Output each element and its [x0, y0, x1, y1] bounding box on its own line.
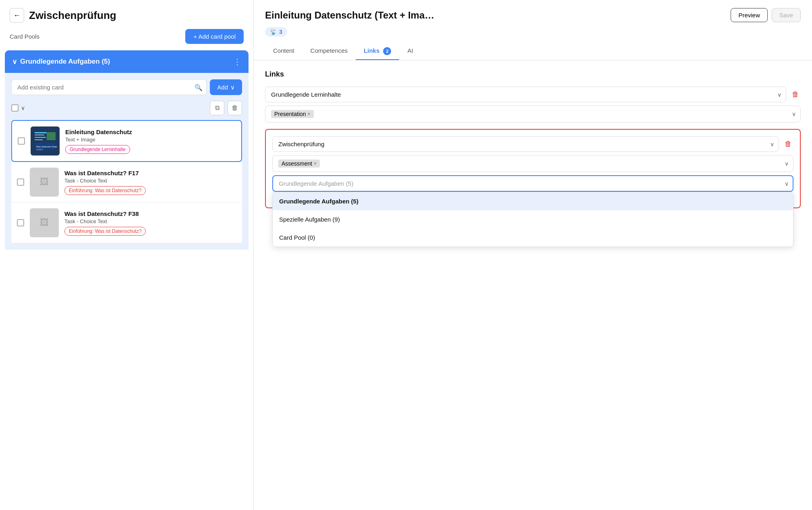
card-info: Einleitung Datenschutz Text + Image Grun… — [65, 129, 236, 154]
left-panel: ← Zwischenprüfung Card Pools + Add card … — [0, 0, 254, 510]
search-row: 🔍 Add ∨ — [11, 79, 242, 95]
select-wrap: Zwischenprüfung ∨ — [272, 136, 779, 152]
link-group-1-row1: Grundlegende Lerninhalte ∨ 🗑 — [265, 87, 801, 102]
svg-rect-3 — [35, 137, 46, 138]
card-pools-bar: Card Pools + Add card pool — [0, 29, 253, 50]
right-header: Einleitung Datenschutz (Text + Ima… Prev… — [254, 0, 812, 60]
wifi-icon: 📡 — [270, 29, 277, 35]
link-group1-select2[interactable]: Presentation × — [265, 106, 801, 122]
card-name: Einleitung Datenschutz — [65, 129, 236, 135]
svg-rect-2 — [35, 135, 44, 135]
bulk-checkbox[interactable] — [11, 104, 19, 112]
tag-chip: Assessment × — [278, 160, 320, 168]
add-label: Add — [217, 84, 228, 91]
card-name: Was ist Datenschutz? F17 — [64, 170, 236, 176]
select-wrap: Assessment × ∨ — [272, 155, 793, 172]
tab-links[interactable]: Links 2 — [356, 43, 399, 60]
card-tag: Grundlegende Lerninhalte — [65, 145, 130, 154]
link-group2-select1[interactable]: Zwischenprüfung — [272, 136, 779, 152]
card-info: Was ist Datenschutz? F17 Task - Choice T… — [64, 170, 236, 195]
search-input-wrap: 🔍 — [11, 79, 207, 95]
card-thumb-placeholder: 🖼 — [30, 168, 59, 197]
card-checkbox[interactable] — [17, 219, 24, 226]
card-type: Text + Image — [65, 137, 236, 143]
svg-rect-5 — [47, 132, 56, 140]
list-item[interactable]: Grundlegende Aufgaben (5) — [273, 192, 793, 210]
tag-chip-remove-icon[interactable]: × — [308, 111, 311, 117]
badge-count: 3 — [279, 29, 282, 35]
tab-content[interactable]: Content — [265, 43, 302, 60]
select-wrap: Grundlegende Lerninhalte ∨ — [265, 87, 786, 102]
card-name: Was ist Datenschutz? F38 — [64, 210, 236, 217]
checkbox-chevron-group: ∨ — [11, 104, 25, 112]
page-title: Zwischenprüfung — [29, 9, 116, 22]
pool-title: ∨ Grundlegende Aufgaben (5) — [12, 58, 110, 66]
svg-rect-1 — [35, 132, 47, 133]
bulk-row: ∨ ⧉ 🗑 — [11, 101, 242, 115]
link-group1-select1[interactable]: Grundlegende Lerninhalte — [265, 87, 786, 102]
add-card-pool-button[interactable]: + Add card pool — [185, 29, 244, 44]
svg-rect-4 — [35, 139, 43, 140]
dropdown-container: Grundlegende Aufgaben (5) ∨ Grundlegende… — [272, 175, 793, 192]
tab-links-badge: 2 — [383, 47, 391, 55]
pool-content: 🔍 Add ∨ ∨ ⧉ 🗑 — [5, 73, 249, 250]
link-group-2-section: Zwischenprüfung ∨ 🗑 Assessment × ∨ — [265, 129, 801, 208]
back-button[interactable]: ← — [10, 8, 24, 23]
tab-ai[interactable]: AI — [399, 43, 421, 60]
add-chevron-icon: ∨ — [230, 84, 235, 91]
bulk-chevron-icon[interactable]: ∨ — [21, 105, 25, 111]
list-item[interactable]: Spezielle Aufgaben (9) — [273, 210, 793, 228]
table-row[interactable]: Was bedeutet Daten- schutz? Einleitung D… — [11, 120, 242, 162]
badge-row: 📡 3 — [265, 27, 801, 37]
wifi-badge: 📡 3 — [265, 27, 287, 37]
link-group-2-row3: Grundlegende Aufgaben (5) ∨ Grundlegende… — [272, 175, 793, 192]
left-header: ← Zwischenprüfung — [0, 0, 253, 29]
card-info: Was ist Datenschutz? F38 Task - Choice T… — [64, 210, 236, 236]
cards-list: Was bedeutet Daten- schutz? Einleitung D… — [11, 120, 242, 243]
search-icon[interactable]: 🔍 — [195, 83, 203, 91]
card-pools-label: Card Pools — [10, 33, 39, 40]
pool-name-label: Grundlegende Aufgaben (5) — [20, 58, 110, 66]
link-group2-select3[interactable]: Grundlegende Aufgaben (5) — [272, 175, 793, 192]
bulk-copy-button[interactable]: ⧉ — [210, 101, 224, 115]
preview-button[interactable]: Preview — [731, 8, 767, 22]
dropdown-menu: Grundlegende Aufgaben (5) Spezielle Aufg… — [272, 192, 793, 247]
add-button[interactable]: Add ∨ — [210, 79, 242, 95]
list-item[interactable]: Card Pool (0) — [273, 228, 793, 247]
link-group-1: Grundlegende Lerninhalte ∨ 🗑 Presentatio… — [265, 87, 801, 122]
card-tag: Einführung: Was ist Datenschutz? — [64, 186, 146, 195]
tag-chip-remove-icon[interactable]: × — [314, 161, 317, 166]
pool-menu-button[interactable]: ⋮ — [233, 57, 241, 66]
card-title: Einleitung Datenschutz (Text + Ima… — [265, 10, 434, 21]
tag-chip: Presentation × — [271, 110, 314, 118]
card-type: Task - Choice Text — [64, 178, 236, 184]
card-thumbnail: 🖼 — [30, 208, 59, 237]
header-actions: Preview Save — [731, 8, 801, 22]
tab-competences[interactable]: Competences — [302, 43, 356, 60]
link-group2-select2[interactable]: Assessment × — [272, 155, 793, 172]
right-panel: Einleitung Datenschutz (Text + Ima… Prev… — [254, 0, 812, 510]
card-checkbox[interactable] — [17, 178, 24, 186]
delete-link-group2-button[interactable]: 🗑 — [783, 138, 793, 150]
delete-link-group1-button[interactable]: 🗑 — [790, 89, 801, 100]
card-type: Task - Choice Text — [64, 218, 236, 224]
tabs-row: Content Competences Links 2 AI — [265, 43, 801, 60]
table-row[interactable]: 🖼 Was ist Datenschutz? F38 Task - Choice… — [11, 203, 242, 243]
pool-chevron-icon[interactable]: ∨ — [12, 58, 17, 66]
card-checkbox[interactable] — [18, 137, 25, 145]
bulk-actions: ⧉ 🗑 — [210, 101, 242, 115]
link-group-2-row2: Assessment × ∨ — [272, 155, 793, 172]
link-group-1-row2: Presentation × ∨ — [265, 106, 801, 122]
select-wrap: Presentation × ∨ — [265, 106, 801, 122]
search-input[interactable] — [11, 79, 207, 95]
save-button[interactable]: Save — [772, 8, 801, 22]
card-thumb-placeholder: 🖼 — [30, 208, 59, 237]
table-row[interactable]: 🖼 Was ist Datenschutz? F17 Task - Choice… — [11, 162, 242, 203]
bulk-delete-button[interactable]: 🗑 — [228, 101, 242, 115]
links-section-title: Links — [265, 70, 801, 79]
svg-text:schutz?: schutz? — [36, 148, 43, 151]
pool-section: ∨ Grundlegende Aufgaben (5) ⋮ — [5, 50, 249, 73]
svg-text:Was bedeutet Daten-: Was bedeutet Daten- — [36, 145, 57, 148]
card-thumb-image: Was bedeutet Daten- schutz? — [31, 126, 60, 155]
right-header-top: Einleitung Datenschutz (Text + Ima… Prev… — [265, 8, 801, 22]
